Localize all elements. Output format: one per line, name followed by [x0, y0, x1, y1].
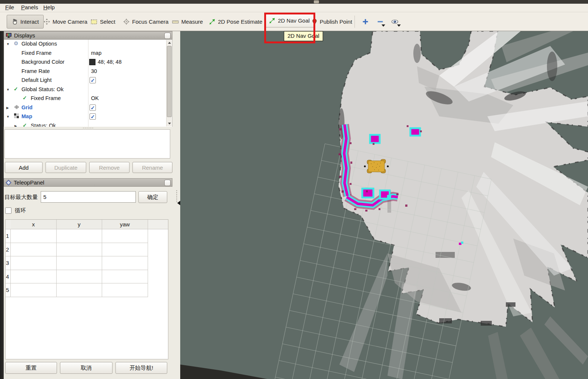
goal-cell[interactable]: [57, 283, 103, 297]
tree-scrollbar[interactable]: [166, 40, 172, 126]
focus-camera-label: Focus Camera: [132, 19, 168, 25]
publish-point-tool[interactable]: Publish Point: [312, 12, 352, 31]
tree-row-default-light[interactable]: Default Light ✓: [4, 76, 167, 85]
tree-row-map[interactable]: ▼ Map ✓: [4, 112, 167, 122]
tree-row-global-options[interactable]: ▼ ⚙ Global Options: [4, 40, 167, 49]
grid-enabled-checkbox[interactable]: ✓: [90, 104, 96, 111]
collapse-arrow-icon[interactable]: ▼: [6, 88, 10, 92]
interact-label: Interact: [20, 19, 39, 25]
tree-row-value[interactable]: 48; 48; 48: [98, 59, 122, 65]
loop-checkbox[interactable]: [5, 207, 11, 214]
color-swatch[interactable]: [89, 59, 95, 65]
tree-row-global-status[interactable]: ▼ ✓ Global Status: Ok: [4, 85, 167, 94]
goal-cell[interactable]: [102, 256, 148, 270]
teleop-panel-checkbox[interactable]: [164, 180, 171, 186]
pose-estimate-tool[interactable]: 2D Pose Estimate: [209, 12, 262, 31]
expand-arrow-icon[interactable]: ▶: [6, 106, 9, 110]
column-header-x[interactable]: x: [11, 220, 57, 229]
goal-cell[interactable]: [57, 256, 103, 270]
remove-display-button[interactable]: [377, 19, 383, 25]
start-navigation-button[interactable]: 开始导航!: [115, 362, 167, 374]
window-title-bar: [0, 0, 588, 4]
render-viewport[interactable]: [180, 31, 588, 379]
confirm-button[interactable]: 确定: [138, 191, 167, 203]
tree-row-value[interactable]: map: [91, 50, 101, 56]
column-header-yaw[interactable]: yaw: [102, 220, 148, 229]
column-header-y[interactable]: y: [57, 220, 103, 229]
goal-cell[interactable]: [11, 243, 57, 257]
teleop-panel-header[interactable]: TeleopPanel: [4, 178, 172, 187]
loop-label: 循环: [15, 207, 26, 214]
table-filler: [148, 243, 168, 257]
table-filler: [6, 297, 11, 359]
tree-row-label: Grid: [21, 104, 33, 110]
table-corner-cell: [6, 220, 11, 229]
move-camera-tool[interactable]: Move Camera: [44, 12, 87, 31]
add-button[interactable]: Add: [5, 162, 43, 173]
remove-button[interactable]: Remove: [89, 162, 130, 173]
add-display-button[interactable]: [362, 19, 369, 25]
tree-row-value[interactable]: 30: [91, 68, 97, 74]
goal-cell[interactable]: [102, 243, 148, 257]
max-goals-input[interactable]: [41, 191, 136, 203]
tree-row-map-status[interactable]: ▶ ✓ Status: Ok: [4, 122, 167, 127]
tree-row-value: OK: [91, 95, 99, 101]
expand-arrow-icon[interactable]: ▶: [14, 124, 17, 127]
collapse-arrow-icon[interactable]: ▼: [6, 42, 10, 46]
goal-cell[interactable]: [57, 229, 103, 243]
table-filler: [11, 297, 57, 359]
displays-panel-checkbox[interactable]: [164, 33, 171, 39]
visibility-button[interactable]: [391, 18, 399, 25]
scene-canvas[interactable]: [180, 31, 588, 379]
interact-tool-button[interactable]: Interact: [7, 15, 44, 29]
default-light-checkbox[interactable]: ✓: [90, 77, 96, 83]
tree-row-background-color[interactable]: Background Color 48; 48; 48: [4, 58, 167, 67]
table-filler: [148, 256, 168, 270]
panel-collapse-arrow-icon[interactable]: [177, 201, 180, 205]
hand-cursor-icon: [11, 19, 18, 25]
goal-cell[interactable]: [102, 229, 148, 243]
goal-cell[interactable]: [11, 229, 57, 243]
goal-cell[interactable]: [11, 256, 57, 270]
map-enabled-checkbox[interactable]: ✓: [90, 113, 96, 120]
goal-cell[interactable]: [102, 283, 148, 297]
collapse-arrow-icon[interactable]: ▼: [6, 115, 10, 119]
scroll-down-arrow-icon[interactable]: [167, 121, 172, 126]
check-ok-icon: ✓: [23, 122, 27, 127]
tree-row-label: Map: [21, 113, 32, 119]
measure-label: Measure: [181, 19, 203, 25]
rename-button[interactable]: Rename: [132, 162, 172, 173]
eye-icon: [391, 19, 399, 24]
tree-splitter-handle[interactable]: [83, 127, 94, 129]
goal-cell[interactable]: [11, 270, 57, 284]
tree-row-frame-rate[interactable]: Frame Rate 30: [4, 67, 167, 76]
table-filler: [148, 229, 168, 243]
reset-button[interactable]: 重置: [5, 362, 57, 374]
eye-dropdown-arrow-icon[interactable]: [397, 24, 401, 27]
focus-camera-tool[interactable]: Focus Camera: [123, 12, 168, 31]
measure-tool[interactable]: Measure: [172, 12, 203, 31]
goal-cell[interactable]: [11, 283, 57, 297]
menu-help[interactable]: Help: [43, 4, 55, 10]
minus-dropdown-arrow-icon[interactable]: [382, 24, 385, 27]
tree-row-grid[interactable]: ▶ Grid ✓: [4, 103, 167, 113]
scroll-up-arrow-icon[interactable]: [167, 40, 172, 45]
displays-tree[interactable]: ▼ ⚙ Global Options Fixed Frame map Backg…: [4, 40, 172, 127]
table-filler: [102, 297, 148, 359]
select-tool[interactable]: Select: [91, 12, 115, 31]
menu-file[interactable]: File: [5, 4, 14, 10]
scrollbar-thumb[interactable]: [167, 46, 172, 117]
monitor-icon: [6, 33, 12, 38]
tree-row-fixed-frame-status[interactable]: ✓ Fixed Frame OK: [4, 94, 167, 103]
check-ok-icon: ✓: [14, 86, 18, 92]
panel-splitter[interactable]: [174, 31, 180, 379]
duplicate-button[interactable]: Duplicate: [46, 162, 86, 173]
table-filler: [148, 270, 168, 284]
cancel-button[interactable]: 取消: [60, 362, 112, 374]
tree-row-fixed-frame[interactable]: Fixed Frame map: [4, 49, 167, 58]
menu-panels[interactable]: Panels: [21, 4, 38, 10]
goal-cell[interactable]: [102, 270, 148, 284]
goal-cell[interactable]: [57, 270, 103, 284]
displays-panel-header[interactable]: Displays: [4, 31, 172, 40]
goal-cell[interactable]: [57, 243, 103, 257]
